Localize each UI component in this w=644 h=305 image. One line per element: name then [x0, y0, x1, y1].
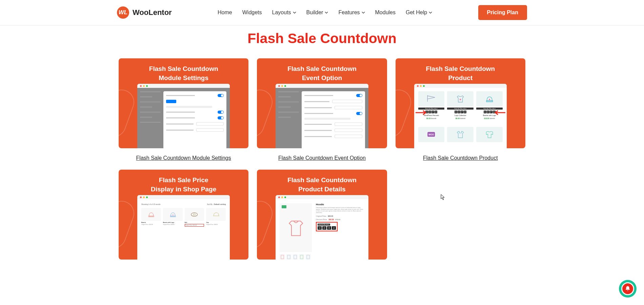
chevron-down-icon: [293, 11, 296, 14]
countdown-box: Hurry Up! Offer ends in 02 20 00 24: [316, 222, 338, 231]
logo-text: WooLentor: [133, 8, 172, 17]
chevron-down-icon: [325, 11, 328, 14]
card-caption[interactable]: Flash Sale Countdown Event Option: [257, 155, 387, 161]
logo[interactable]: WL WooLentor: [117, 6, 172, 19]
svg-text:WOO: WOO: [429, 133, 434, 136]
logo-mark: WL: [117, 6, 129, 19]
svg-point-7: [172, 214, 173, 215]
mock-window: [137, 84, 230, 148]
card-grid: Flash Sale Countdown Module Settings: [108, 58, 536, 260]
card-preview[interactable]: Flash Sale Countdown Product Hurry Up! O…: [396, 58, 525, 148]
svg-rect-10: [281, 255, 284, 259]
card-event-option: Flash Sale Countdown Event Option: [257, 58, 387, 161]
svg-rect-13: [300, 255, 303, 259]
card-shop-page: Flash Sale Price Display in Shop Page Sh…: [119, 170, 248, 260]
page-content: Flash Sale Countdown Flash Sale Countdow…: [108, 0, 536, 260]
card-title: Flash Sale Price Display in Shop Page: [119, 170, 248, 194]
pricing-plan-button[interactable]: Pricing Plan: [478, 5, 527, 20]
chevron-down-icon: [429, 11, 432, 14]
svg-point-2: [489, 99, 490, 100]
arrow-icon: [415, 109, 428, 116]
mock-window: [276, 84, 368, 148]
svg-rect-11: [287, 255, 290, 259]
card-caption[interactable]: Flash Sale Countdown Product: [396, 155, 525, 161]
svg-rect-9: [194, 214, 195, 215]
card-product: Flash Sale Countdown Product Hurry Up! O…: [396, 58, 525, 161]
notification-fab[interactable]: [619, 280, 637, 298]
svg-point-0: [460, 99, 461, 100]
nav-layouts[interactable]: Layouts: [272, 9, 296, 16]
product-image: [280, 203, 312, 252]
card-title: Flash Sale Countdown Product: [396, 58, 525, 82]
card-title: Flash Sale Countdown Product Details: [257, 170, 387, 194]
card-preview[interactable]: Flash Sale Countdown Module Settings: [119, 58, 248, 148]
nav-widgets[interactable]: Widgets: [242, 9, 262, 16]
card-module-settings: Flash Sale Countdown Module Settings: [119, 58, 248, 161]
nav-builder[interactable]: Builder: [306, 9, 328, 16]
nav-get-help[interactable]: Get Help: [406, 9, 432, 16]
product-title: Hoodie: [316, 203, 364, 206]
header-inner: WL WooLentor Home Widgets Layouts Builde…: [110, 0, 534, 25]
nav-features[interactable]: Features: [338, 9, 365, 16]
bell-icon: [621, 282, 634, 295]
card-title: Flash Sale Countdown Event Option: [257, 58, 387, 82]
mock-window: Hoodie Pellentesque habitant morbi trist…: [276, 195, 368, 260]
main-nav: Home Widgets Layouts Builder Features Mo…: [218, 9, 432, 16]
results-text: Showing 1-4 of 15 results: [141, 203, 160, 205]
mock-window: Hurry Up! Offer ends in02200720WordPress…: [414, 84, 507, 148]
nav-home[interactable]: Home: [218, 9, 232, 16]
card-preview[interactable]: Flash Sale Countdown Event Option: [257, 58, 387, 148]
chevron-down-icon: [362, 11, 365, 14]
card-title: Flash Sale Countdown Module Settings: [119, 58, 248, 82]
badge-icon: [282, 205, 286, 208]
svg-rect-12: [294, 255, 297, 259]
card-product-details: Flash Sale Countdown Product Details: [257, 170, 387, 260]
product-desc: Pellentesque habitant morbi tristique se…: [316, 207, 364, 214]
mock-window: Showing 1-4 of 15 results Sort By : Defa…: [137, 195, 230, 260]
card-caption[interactable]: Flash Sale Countdown Module Settings: [119, 155, 248, 161]
site-header: WL WooLentor Home Widgets Layouts Builde…: [0, 0, 644, 25]
svg-rect-14: [307, 255, 309, 259]
svg-point-8: [191, 213, 198, 216]
card-preview[interactable]: Flash Sale Price Display in Shop Page Sh…: [119, 170, 248, 260]
arrow-icon: [492, 109, 506, 116]
page-title: Flash Sale Countdown: [108, 31, 536, 46]
card-preview[interactable]: Flash Sale Countdown Product Details: [257, 170, 387, 260]
nav-modules[interactable]: Modules: [375, 9, 396, 16]
